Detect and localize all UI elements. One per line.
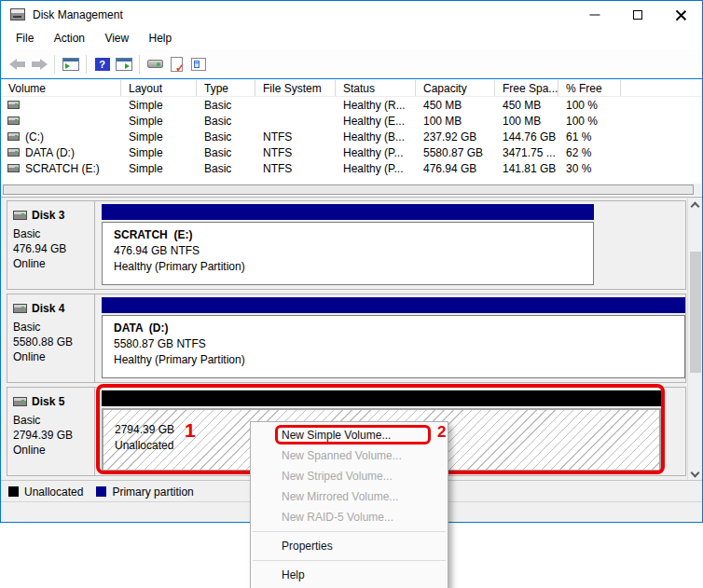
- column-header-volume[interactable]: Volume: [1, 80, 121, 96]
- disk-management-app-icon: [10, 8, 25, 21]
- volume-icon: [7, 101, 20, 109]
- cell-fs: NTFS: [255, 162, 336, 175]
- check-disk-button[interactable]: ✓: [166, 55, 187, 74]
- window-title: Disk Management: [33, 8, 123, 21]
- primary-partition-color-swatch: [96, 486, 106, 497]
- table-row[interactable]: Simple Basic Healthy (E... 100 MB 100 MB…: [1, 113, 702, 129]
- scroll-up-icon[interactable]: [691, 202, 700, 212]
- cell-pct: 62 %: [558, 146, 621, 159]
- cell-status: Healthy (E...: [336, 115, 416, 128]
- help-button[interactable]: ?: [91, 55, 113, 74]
- legend-unallocated: Unallocated: [8, 485, 83, 499]
- red-check-glyph: ✓: [175, 62, 185, 74]
- legend-primary-partition: Primary partition: [96, 485, 193, 499]
- action-pane-icon: [116, 58, 132, 71]
- forward-arrow-icon: [31, 59, 48, 70]
- unallocated-color-swatch: [8, 486, 19, 497]
- refresh-disks-button[interactable]: [145, 55, 166, 74]
- menu-file[interactable]: File: [7, 29, 42, 49]
- table-row[interactable]: Simple Basic Healthy (R... 450 MB 450 MB…: [1, 97, 702, 113]
- cell-capacity: 100 MB: [416, 115, 495, 128]
- cell-type: Basic: [197, 115, 255, 128]
- disk-icon: [13, 211, 27, 220]
- cell-capacity: 450 MB: [416, 99, 495, 112]
- cell-layout: Simple: [121, 115, 197, 128]
- cell-pct: 61 %: [558, 130, 621, 144]
- disk-kind: Basic: [13, 320, 94, 335]
- cell-pct: 100 %: [558, 115, 621, 128]
- show-action-pane-button[interactable]: [113, 55, 134, 74]
- cell-pct: 100 %: [558, 99, 621, 112]
- cell-layout: Simple: [121, 130, 197, 144]
- primary-partition-bar: [102, 204, 594, 220]
- disk-status: Online: [13, 349, 94, 364]
- column-header-file-system[interactable]: File System: [255, 80, 336, 96]
- disk4-label-panel[interactable]: Disk 4 Basic 5580.88 GB Online: [7, 294, 95, 382]
- cell-free: 3471.75 ...: [495, 146, 558, 159]
- maximize-button[interactable]: [616, 1, 659, 29]
- table-row[interactable]: DATA (D:) Simple Basic NTFS Healthy (P..…: [1, 144, 702, 160]
- cell-status: Healthy (R...: [336, 99, 416, 112]
- column-header-status[interactable]: Status: [336, 80, 416, 96]
- back-button[interactable]: [7, 55, 28, 74]
- partition-info-box: DATA (D:) 5580.87 GB NTFS Healthy (Prima…: [102, 315, 685, 378]
- disk5-label-panel[interactable]: Disk 5 Basic 2794.39 GB Online: [7, 388, 95, 475]
- context-menu: New Simple Volume... New Spanned Volume.…: [250, 421, 448, 588]
- menu-help[interactable]: Help: [141, 29, 181, 49]
- disk-icon: [13, 304, 27, 313]
- disk-status: Online: [13, 443, 94, 458]
- vertical-scrollbar-thumb[interactable]: [690, 252, 701, 373]
- disk-name: Disk 5: [32, 395, 64, 408]
- column-header-pct-free[interactable]: % Free: [558, 80, 621, 96]
- menu-item-new-spanned-volume: New Spanned Volume...: [251, 445, 448, 466]
- vertical-scrollbar[interactable]: [687, 198, 702, 481]
- annotation-step-2: 2: [437, 423, 446, 442]
- disk3-partition[interactable]: SCRATCH (E:) 476.94 GB NTFS Healthy (Pri…: [102, 204, 594, 287]
- horizontal-scrollbar[interactable]: [1, 184, 702, 196]
- cell-capacity: 476.94 GB: [416, 162, 495, 175]
- menu-item-properties[interactable]: Properties: [251, 536, 448, 556]
- disk3-label-panel[interactable]: Disk 3 Basic 476.94 GB Online: [7, 201, 95, 289]
- maximize-icon: [633, 10, 642, 20]
- cell-capacity: 237.92 GB: [416, 130, 495, 144]
- menu-item-help[interactable]: Help: [251, 565, 448, 585]
- partition-title: SCRATCH (E:): [114, 227, 593, 243]
- menu-item-new-striped-volume: New Striped Volume...: [251, 466, 448, 486]
- minimize-button[interactable]: [573, 1, 616, 29]
- scroll-down-icon[interactable]: [691, 469, 700, 478]
- column-header-capacity[interactable]: Capacity: [416, 80, 495, 96]
- close-button[interactable]: [659, 1, 702, 29]
- menu-view[interactable]: View: [96, 29, 137, 49]
- table-row[interactable]: SCRATCH (E:) Simple Basic NTFS Healthy (…: [1, 160, 702, 176]
- unallocated-bar: [102, 390, 661, 406]
- console-tree-icon: [62, 58, 79, 71]
- column-header-layout[interactable]: Layout: [121, 80, 197, 96]
- cell-status: Healthy (P...: [336, 146, 416, 159]
- checklist-icon: [191, 58, 206, 71]
- menu-action[interactable]: Action: [46, 29, 93, 49]
- disk-size: 476.94 GB: [13, 241, 94, 256]
- partition-title: DATA (D:): [114, 321, 684, 336]
- menu-item-new-simple-volume[interactable]: New Simple Volume...: [251, 425, 448, 445]
- menu-separator: [253, 560, 446, 561]
- column-header-type[interactable]: Type: [197, 80, 255, 96]
- screenshot-root: Disk Management File Action View Help ? …: [0, 0, 703, 588]
- menu-bar: File Action View Help: [1, 29, 702, 49]
- cell-type: Basic: [197, 130, 255, 144]
- horizontal-scrollbar-thumb[interactable]: [3, 185, 694, 195]
- view-options-button[interactable]: [187, 55, 209, 74]
- disk4-partition[interactable]: DATA (D:) 5580.87 GB NTFS Healthy (Prima…: [102, 297, 685, 380]
- help-icon: ?: [95, 58, 110, 71]
- cell-free: 100 MB: [495, 115, 558, 128]
- cell-type: Basic: [197, 146, 255, 159]
- forward-button[interactable]: [28, 55, 49, 74]
- disk-name: Disk 3: [32, 209, 64, 222]
- column-header-free-space[interactable]: Free Spa...: [495, 80, 558, 96]
- minimize-icon: [590, 15, 600, 16]
- show-console-tree-button[interactable]: [60, 55, 81, 74]
- cell-layout: Simple: [121, 146, 197, 159]
- menu-separator: [253, 531, 446, 532]
- disk-size: 5580.88 GB: [13, 335, 94, 349]
- table-row[interactable]: (C:) Simple Basic NTFS Healthy (B... 237…: [1, 129, 702, 144]
- menu-item-new-raid5-volume: New RAID-5 Volume...: [251, 507, 448, 527]
